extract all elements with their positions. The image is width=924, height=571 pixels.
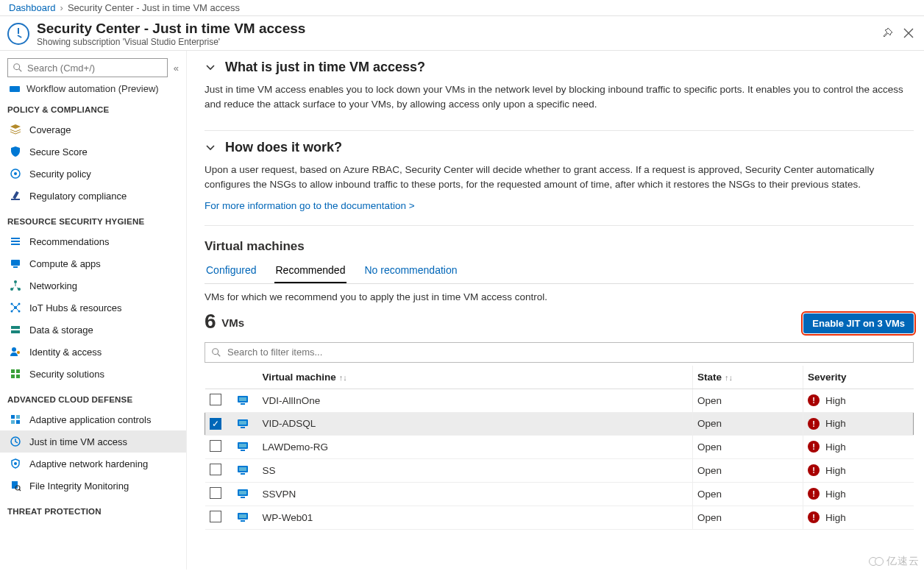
sidebar-item-label: Adaptive network hardening <box>29 458 148 469</box>
cell-vm-name: LAWDemo-RG <box>258 435 693 458</box>
row-checkbox[interactable] <box>210 511 221 522</box>
cell-state: Open <box>693 482 803 506</box>
tab-no-recommendation[interactable]: No recommendation <box>363 260 458 283</box>
vm-icon <box>236 487 249 500</box>
close-icon[interactable] <box>903 28 914 40</box>
vm-filter[interactable] <box>205 342 914 363</box>
svg-rect-24 <box>11 369 15 373</box>
svg-rect-20 <box>11 326 20 329</box>
sidebar-item-label: Coverage <box>29 124 71 135</box>
sidebar-item-compute-apps[interactable]: Compute & apps <box>0 252 186 274</box>
section-how-works[interactable]: How does it work? <box>205 138 914 158</box>
sidebar-item-data-storage[interactable]: Data & storage <box>0 319 186 341</box>
sidebar-item-label: Regulatory compliance <box>29 191 127 202</box>
col-state[interactable]: State↑↓ <box>693 366 803 389</box>
table-row[interactable]: SSVPNOpen!High <box>205 482 914 506</box>
sidebar-item-label: Secure Score <box>29 146 88 157</box>
sidebar-item-security-policy[interactable]: Security policy <box>0 163 186 185</box>
cell-vm-name: WP-Web01 <box>258 506 693 529</box>
severity-high-icon: ! <box>808 488 820 500</box>
sidebar-item-regulatory-compliance[interactable]: Regulatory compliance <box>0 185 186 207</box>
cell-vm-name: SS <box>258 458 693 482</box>
row-checkbox[interactable] <box>210 394 221 405</box>
pin-icon[interactable] <box>881 27 893 41</box>
section-body-text: Just in time VM access enables you to lo… <box>205 82 914 111</box>
svg-point-37 <box>213 349 218 355</box>
col-severity[interactable]: Severity <box>803 366 914 389</box>
sidebar-item-identity-access[interactable]: Identity & access <box>0 341 186 363</box>
svg-rect-31 <box>16 420 20 424</box>
enable-jit-button[interactable]: Enable JIT on 3 VMs <box>803 313 914 333</box>
sidebar-item-file-integrity[interactable]: File Integrity Monitoring <box>0 475 186 497</box>
chevron-down-icon <box>205 142 216 154</box>
col-vm[interactable]: Virtual machine↑↓ <box>258 366 693 389</box>
sidebar-item-adaptive-app-controls[interactable]: Adaptive application controls <box>0 408 186 430</box>
svg-rect-2 <box>10 86 20 92</box>
row-checkbox[interactable] <box>210 487 221 499</box>
collapse-sidebar-icon[interactable]: « <box>174 63 179 74</box>
cell-severity: High <box>825 441 846 453</box>
severity-high-icon: ! <box>808 511 820 523</box>
sidebar-item-label: Networking <box>29 280 77 291</box>
page-title: Security Center - Just in time VM access <box>37 21 305 37</box>
sort-icon: ↑↓ <box>339 373 347 382</box>
sidebar-item-label: Just in time VM access <box>29 436 127 447</box>
vm-count: 6 <box>205 310 216 333</box>
table-row[interactable]: VDI-AllInOneOpen!High <box>205 389 914 412</box>
tab-recommended[interactable]: Recommended <box>274 260 347 283</box>
svg-point-0 <box>14 64 20 70</box>
grid-icon <box>9 367 22 380</box>
sidebar-item-iot-hubs[interactable]: IoT Hubs & resources <box>0 297 186 319</box>
tab-description: VMs for which we recommend you to apply … <box>205 291 914 302</box>
sidebar-item-secure-score[interactable]: Secure Score <box>0 141 186 163</box>
svg-line-36 <box>19 489 21 491</box>
vm-filter-input[interactable] <box>227 347 907 358</box>
svg-rect-11 <box>13 266 18 268</box>
sidebar-item-networking[interactable]: Networking <box>0 274 186 297</box>
vm-heading: Virtual machines <box>205 239 914 254</box>
svg-rect-6 <box>13 191 18 199</box>
vm-icon <box>236 511 249 524</box>
section-what-is[interactable]: What is just in time VM access? <box>205 58 914 78</box>
svg-rect-29 <box>16 415 20 419</box>
svg-point-14 <box>14 280 17 283</box>
sidebar-item-workflow-cut[interactable]: Workflow automation (Preview) <box>0 83 186 95</box>
svg-rect-44 <box>241 427 245 428</box>
table-row[interactable]: WP-Web01Open!High <box>205 506 914 529</box>
vm-icon <box>236 417 249 430</box>
breadcrumb-root[interactable]: Dashboard <box>9 2 56 13</box>
svg-rect-55 <box>239 514 246 518</box>
table-row[interactable]: LAWDemo-RGOpen!High <box>205 435 914 458</box>
sidebar-item-label: File Integrity Monitoring <box>29 480 129 492</box>
main-content: What is just in time VM access? Just in … <box>187 51 924 570</box>
sidebar-search-input[interactable] <box>27 63 163 74</box>
cell-state: Open <box>693 506 803 529</box>
documentation-link[interactable]: For more information go to the documenta… <box>205 200 415 211</box>
sidebar-group-label: RESOURCE SECURITY HYGIENE <box>0 207 186 230</box>
sidebar-item-adaptive-network[interactable]: Adaptive network hardening <box>0 453 186 475</box>
app-control-icon <box>9 413 22 426</box>
clock-icon <box>7 23 29 45</box>
sidebar-item-jit-vm-access[interactable]: Just in time VM access <box>0 430 186 453</box>
row-checkbox[interactable] <box>210 464 221 475</box>
sidebar-item-coverage[interactable]: Coverage <box>0 118 186 141</box>
vm-count-label: VMs <box>221 316 244 329</box>
cell-state: Open <box>693 435 803 458</box>
cell-severity: High <box>825 395 846 406</box>
tab-configured[interactable]: Configured <box>205 260 258 283</box>
page-subtitle: Showing subscription 'Visual Studio Ente… <box>37 37 305 47</box>
severity-high-icon: ! <box>808 418 820 430</box>
table-row[interactable]: VID-ADSQLOpen!High <box>205 412 914 435</box>
table-row[interactable]: SSOpen!High <box>205 458 914 482</box>
row-checkbox[interactable] <box>210 418 221 430</box>
sidebar-item-security-solutions[interactable]: Security solutions <box>0 363 186 385</box>
row-checkbox[interactable] <box>210 440 221 452</box>
cell-severity: High <box>825 489 846 500</box>
sidebar-item-label: Security policy <box>29 169 91 180</box>
cell-severity: High <box>825 418 846 429</box>
sidebar-search[interactable] <box>7 58 168 77</box>
section-title: How does it work? <box>225 140 342 155</box>
sidebar-item-recommendations[interactable]: Recommendations <box>0 230 186 252</box>
svg-rect-43 <box>239 421 246 425</box>
storage-icon <box>9 323 22 336</box>
